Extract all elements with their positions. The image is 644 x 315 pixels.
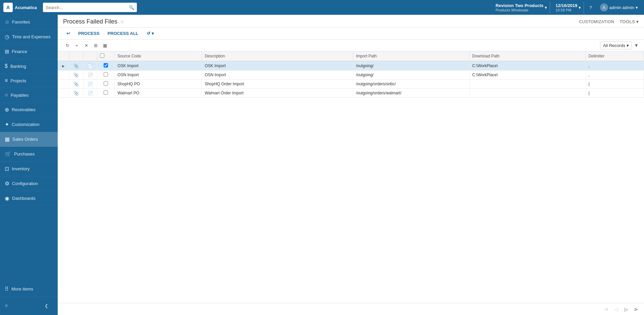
sidebar-item-purchases[interactable]: 🛒 Purchases [0,147,58,162]
company-chevron-icon: ▾ [545,5,547,10]
col-source-code-header: Source Code [115,51,202,61]
row-toolbar-right: All Records ▾ ▼ [600,42,639,49]
fit-columns-button[interactable]: ⊞ [91,41,100,50]
process-button[interactable]: PROCESS [75,30,103,37]
datetime-chevron-icon: ▾ [579,5,581,10]
page-title-row: Process Failed Files ☆ [63,18,124,25]
expand-cell: ▶ [58,61,69,71]
settings-icon: ⚙ [5,304,8,308]
company-sub: Products Wholesale [495,8,543,12]
sidebar-item-finance[interactable]: ⊞ Finance [0,44,58,59]
expand-cell [58,80,69,89]
main-layout: ☆ Favorites ◷ Time and Expenses ⊞ Financ… [0,15,644,315]
delimiter-cell: , [586,71,644,80]
source-code-cell: OSN Import [115,71,202,80]
delete-row-button[interactable]: ✕ [82,41,91,50]
sidebar-more-items[interactable]: ⠿ More Items [0,282,58,297]
sidebar-item-customization[interactable]: ✦ Customization [0,117,58,132]
sidebar-item-payables[interactable]: ○ Payables [0,88,58,102]
more-items-icon: ⠿ [5,286,9,292]
sidebar-item-label: Finance [12,49,27,54]
back-icon: ↩ [66,31,70,36]
source-code-cell: ShopHQ PO [115,80,202,89]
sidebar: ☆ Favorites ◷ Time and Expenses ⊞ Financ… [0,15,58,315]
sidebar-item-projects[interactable]: ≡ Projects [0,74,58,88]
date-display: 12/16/2019 [555,3,577,8]
app-logo[interactable]: A Acumatica [3,3,37,12]
sidebar-item-dashboards[interactable]: ◉ Dashboards [0,191,58,206]
table-row: ▶ 📎 📄 OSK Import OSK Import /outgoing/ C… [58,61,644,71]
table-row: 📎 📄 Walmart PO Walmart Order Import /out… [58,89,644,98]
payables-icon: ○ [5,92,8,98]
delimiter-cell: , [586,61,644,71]
first-page-button[interactable]: ⊲ [602,305,610,314]
favorite-star-icon[interactable]: ☆ [120,19,124,25]
select-all-checkbox[interactable] [100,53,104,58]
pagination: ⊲ ◁ ▷ ⊳ [602,305,641,314]
import-path-cell: /outgoing/ [353,61,470,71]
delimiter-cell: | [586,80,644,89]
help-button[interactable]: ? [587,4,594,11]
doc-cell: 📄 [83,71,97,80]
download-path-cell: C:\WorkPlace\ [469,61,586,71]
attach-cell: 📎 [69,80,84,89]
doc-cell: 📄 [83,89,97,98]
sidebar-bottom: ⚙ ❮ [0,297,58,315]
sidebar-item-label: Sales Orders [12,137,38,142]
download-path-cell [469,89,586,98]
sidebar-collapse-button[interactable]: ❮ [40,301,53,311]
source-code-cell: OSK Import [115,61,202,71]
prev-page-button[interactable]: ◁ [612,305,621,314]
user-chevron-icon: ▾ [636,5,638,10]
sidebar-item-time-and-expenses[interactable]: ◷ Time and Expenses [0,30,58,44]
next-page-button[interactable]: ▷ [622,305,631,314]
customization-button[interactable]: CUSTOMIZATION [579,19,614,24]
process-all-button[interactable]: PROCESS ALL [104,30,142,37]
avatar: A [600,3,608,11]
user-menu[interactable]: A admin admin ▾ [597,2,641,13]
datetime-selector[interactable]: 12/16/2019 10:58 PM ▾ [553,2,584,13]
user-name: admin admin [609,5,634,10]
sidebar-item-label: Customization [12,122,39,127]
time-display: 10:58 PM [555,8,577,12]
tools-label: TOOLS [620,19,635,24]
tools-button[interactable]: TOOLS ▾ [620,19,639,24]
dashboards-icon: ◉ [5,195,9,201]
attach-cell: 📎 [69,71,84,80]
sidebar-item-banking[interactable]: $ Banking [0,59,58,74]
sidebar-item-configuration[interactable]: ⚙ Configuration [0,176,58,191]
sidebar-item-label: Configuration [12,181,38,186]
expand-icon[interactable]: ▶ [62,64,65,68]
reset-button[interactable]: ↺ ▾ [143,30,157,37]
attach-cell: 📎 [69,89,84,98]
search-box: 🔍 [43,3,137,12]
refresh-button[interactable]: ↻ [63,41,72,50]
col-download-path-header: Download Path [469,51,586,61]
records-dropdown[interactable]: All Records ▾ [600,42,632,49]
row-checkbox[interactable] [104,81,108,86]
sidebar-item-receivables[interactable]: ⊕ Receivables [0,102,58,117]
back-button[interactable]: ↩ [63,30,73,37]
search-input[interactable] [46,5,129,10]
row-checkbox[interactable] [104,63,108,68]
finance-icon: ⊞ [5,48,9,55]
row-checkbox[interactable] [104,72,108,77]
last-page-button[interactable]: ⊳ [632,305,641,314]
tools-chevron-icon: ▾ [636,19,639,24]
row-checkbox[interactable] [104,90,108,95]
sidebar-item-sales-orders[interactable]: ▦ Sales Orders [0,132,58,147]
collapse-icon: ❮ [45,303,48,308]
company-name: Revision Two Products [495,3,543,8]
detail-button[interactable]: ▦ [101,41,109,50]
add-row-button[interactable]: + [72,41,81,50]
description-cell: OSN Import [202,71,353,80]
sidebar-item-inventory[interactable]: ⊡ Inventory [0,162,58,176]
col-description-header: Description [202,51,353,61]
sidebar-item-favorites[interactable]: ☆ Favorites [0,15,58,30]
reset-dropdown-icon: ▾ [152,31,154,36]
attachment-icon: 📎 [73,91,79,96]
download-path-cell [469,80,586,89]
filter-icon[interactable]: ▼ [634,43,639,48]
description-cell: OSK Import [202,61,353,71]
company-selector[interactable]: Revision Two Products Products Wholesale… [493,2,550,13]
